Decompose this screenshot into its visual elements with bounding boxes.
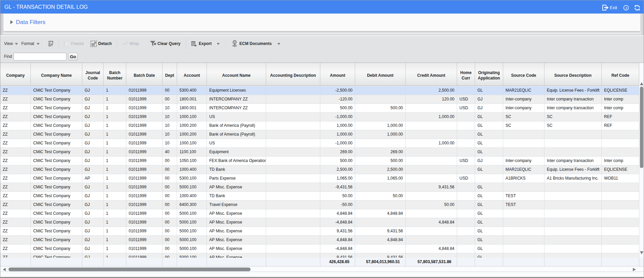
- svg-text:i: i: [626, 6, 627, 10]
